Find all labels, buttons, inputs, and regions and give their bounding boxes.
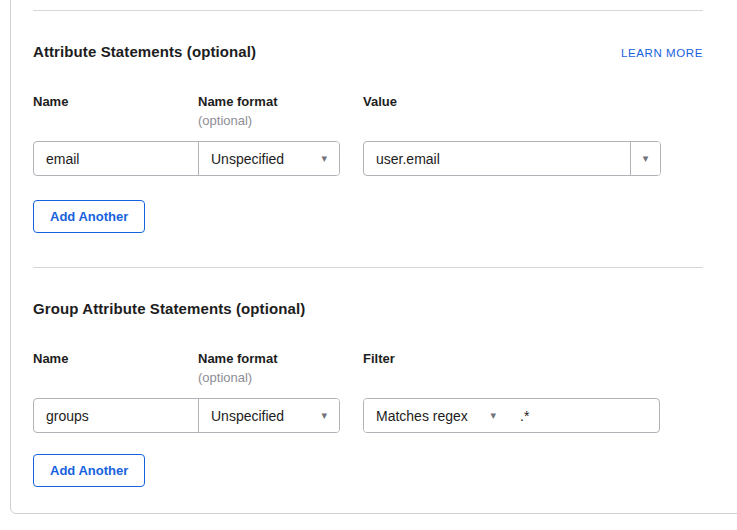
filter-group: Matches regex ▾	[363, 398, 660, 433]
column-header-filter: Filter	[363, 351, 703, 367]
attribute-statements-header: Attribute Statements (optional) LEARN MO…	[33, 43, 703, 61]
value-dropdown-button[interactable]: ▾	[630, 142, 660, 175]
name-format-selected-value: Unspecified	[211, 151, 284, 167]
attribute-column-headers: Name Name format Value	[33, 94, 703, 110]
attribute-value-input[interactable]	[364, 142, 630, 175]
group-attribute-statement-row: Unspecified ▾ Matches regex ▾	[33, 398, 703, 433]
filter-operator-select[interactable]: Matches regex ▾	[364, 399, 508, 432]
group-attribute-name-input[interactable]	[34, 399, 198, 432]
column-header-name-format: Name format	[198, 94, 363, 110]
group-attribute-column-headers: Name Name format Filter	[33, 351, 703, 367]
attribute-name-input[interactable]	[34, 142, 198, 175]
filter-value-input[interactable]	[508, 399, 659, 432]
section-divider	[33, 10, 703, 11]
dropdown-caret-icon: ▾	[321, 153, 327, 164]
add-another-attribute-button[interactable]: Add Another	[33, 200, 145, 233]
value-group: ▾	[363, 141, 661, 176]
name-and-format-group: Unspecified ▾	[33, 141, 340, 176]
filter-operator-selected-value: Matches regex	[376, 408, 468, 424]
dropdown-caret-icon: ▾	[643, 153, 649, 164]
group-name-and-format-group: Unspecified ▾	[33, 398, 340, 433]
learn-more-link[interactable]: LEARN MORE	[621, 46, 703, 60]
attribute-statements-heading: Attribute Statements (optional)	[33, 43, 256, 61]
column-header-name: Name	[33, 94, 198, 110]
group-attribute-statements-heading: Group Attribute Statements (optional)	[33, 300, 305, 318]
dropdown-caret-icon: ▾	[490, 410, 496, 421]
card-content: Attribute Statements (optional) LEARN MO…	[33, 10, 703, 487]
column-header-name: Name	[33, 351, 198, 367]
group-attribute-statements-header: Group Attribute Statements (optional)	[33, 300, 703, 318]
dropdown-caret-icon: ▾	[321, 410, 327, 421]
name-format-optional-note: (optional)	[198, 370, 703, 386]
name-format-select[interactable]: Unspecified ▾	[198, 142, 339, 175]
name-format-optional-note: (optional)	[198, 113, 703, 129]
attribute-statement-row: Unspecified ▾ ▾	[33, 141, 703, 176]
add-another-group-attribute-button[interactable]: Add Another	[33, 454, 145, 487]
column-header-name-format: Name format	[198, 351, 363, 367]
saml-settings-card: Attribute Statements (optional) LEARN MO…	[10, 0, 737, 514]
section-divider	[33, 267, 703, 268]
group-name-format-select[interactable]: Unspecified ▾	[198, 399, 339, 432]
group-name-format-selected-value: Unspecified	[211, 408, 284, 424]
column-header-value: Value	[363, 94, 703, 110]
